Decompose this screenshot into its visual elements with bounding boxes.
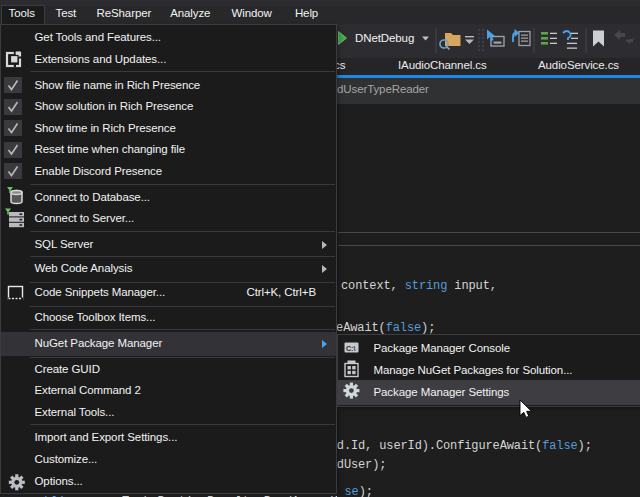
- svg-text:C:\: C:\: [346, 345, 355, 352]
